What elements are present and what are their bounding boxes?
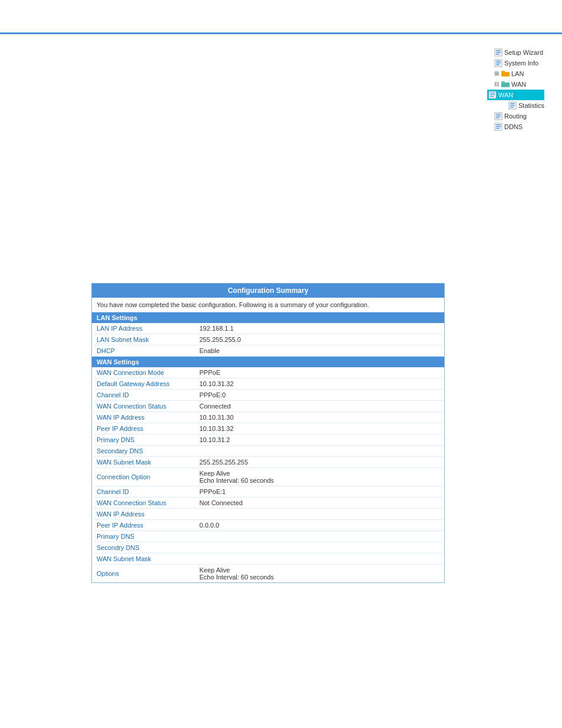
table-row: WAN IP Address xyxy=(92,509,445,520)
wan-subnet-label-0: WAN Subnet Mask xyxy=(92,457,195,468)
secondry-dns-value-1 xyxy=(195,542,445,554)
primary-dns-value-0: 10.10.31.2 xyxy=(195,434,445,446)
svg-rect-3 xyxy=(496,54,500,55)
table-row: Channel ID PPPoE:0 xyxy=(92,390,445,401)
nav-label-wan-parent: WAN xyxy=(511,79,526,90)
wan-subnet-label-1: WAN Subnet Mask xyxy=(92,554,195,565)
svg-rect-22 xyxy=(496,126,501,127)
svg-rect-11 xyxy=(490,96,494,97)
svg-rect-10 xyxy=(490,94,495,95)
table-row: Secondry DNS xyxy=(92,542,445,554)
channel-id-value-1: PPPoE:1 xyxy=(195,486,445,498)
channel-id-label-1: Channel ID xyxy=(92,486,195,498)
wan-ip-value-1 xyxy=(195,509,445,520)
svg-rect-6 xyxy=(496,62,501,64)
lan-expand-icon: ⊞ xyxy=(494,68,499,79)
options-value-1: Keep AliveEcho Interval: 60 seconds xyxy=(195,565,445,583)
table-row: Secondary DNS xyxy=(92,446,445,457)
svg-rect-23 xyxy=(496,128,500,129)
ddns-icon xyxy=(494,123,503,131)
nav-label-wan-active: WAN xyxy=(498,90,513,100)
peer-ip-label-1: Peer IP Address xyxy=(92,520,195,531)
nav-item-ddns[interactable]: DDNS xyxy=(487,121,544,132)
svg-rect-5 xyxy=(496,61,501,62)
primary-dns-label-1: Primary DNS xyxy=(92,531,195,542)
wan-mode-value: PPPoE xyxy=(195,367,445,378)
config-intro-row: You have now completed the basic configu… xyxy=(92,298,445,312)
nav-item-routing[interactable]: Routing xyxy=(487,111,544,121)
nav-label-setup-wizard: Setup Wizard xyxy=(504,47,543,58)
table-row: WAN Connection Mode PPPoE xyxy=(92,367,445,378)
table-row: Connection Option Keep AliveEcho Interva… xyxy=(92,468,445,486)
lan-subnet-label: LAN Subnet Mask xyxy=(92,334,195,345)
table-row: WAN Subnet Mask xyxy=(92,554,445,565)
config-summary-container: Configuration Summary You have now compl… xyxy=(91,165,445,583)
nav-item-setup-wizard[interactable]: Setup Wizard xyxy=(487,47,544,58)
statistics-icon xyxy=(508,101,517,110)
dhcp-value: Enable xyxy=(195,345,445,357)
primary-dns-value-1 xyxy=(195,531,445,542)
wan-section-header: WAN Settings xyxy=(92,357,445,368)
options-label-1: Options xyxy=(92,565,195,583)
nav-item-wan-active[interactable]: WAN xyxy=(487,90,544,100)
wan-page-icon xyxy=(488,91,497,99)
svg-rect-2 xyxy=(496,52,501,53)
wan-status-value-0: Connected xyxy=(195,401,445,412)
secondry-dns-label-1: Secondry DNS xyxy=(92,542,195,554)
nav-label-lan: LAN xyxy=(511,68,524,79)
wan-status-label-0: WAN Connection Status xyxy=(92,401,195,412)
nav-item-statistics[interactable]: Statistics xyxy=(487,100,544,111)
system-info-icon xyxy=(494,59,503,67)
nav-item-system-info[interactable]: System Info xyxy=(487,58,544,68)
wan-subnet-value-1 xyxy=(195,554,445,565)
lan-subnet-value: 255.255.255.0 xyxy=(195,334,445,345)
table-row: WAN Connection Status Not Connected xyxy=(92,498,445,509)
nav-item-lan[interactable]: ⊞ LAN xyxy=(487,68,544,79)
nav-item-wan-parent[interactable]: ⊟ WAN xyxy=(487,79,544,90)
wan-ip-value-0: 10.10.31.30 xyxy=(195,412,445,423)
table-row: WAN Subnet Mask 255.255.255.255 xyxy=(92,457,445,468)
dhcp-label: DHCP xyxy=(92,345,195,357)
svg-rect-17 xyxy=(496,114,501,115)
svg-rect-9 xyxy=(490,93,495,94)
peer-ip-label-0: Peer IP Address xyxy=(92,423,195,434)
top-border xyxy=(0,32,562,34)
wan-status-value-1: Not Connected xyxy=(195,498,445,509)
config-intro-text: You have now completed the basic configu… xyxy=(92,298,445,312)
table-row: Primary DNS 10.10.31.2 xyxy=(92,434,445,446)
lan-section-row: LAN Settings xyxy=(92,312,445,324)
table-row: WAN IP Address 10.10.31.30 xyxy=(92,412,445,423)
wan-expand-icon: ⊟ xyxy=(494,79,499,90)
table-row: Options Keep AliveEcho Interval: 60 seco… xyxy=(92,565,445,583)
channel-id-value-0: PPPoE:0 xyxy=(195,390,445,401)
wan-status-label-1: WAN Connection Status xyxy=(92,498,195,509)
conn-option-label-0: Connection Option xyxy=(92,468,195,486)
conn-option-value-0: Keep AliveEcho Interval: 60 seconds xyxy=(195,468,445,486)
secondary-dns-label-0: Secondary DNS xyxy=(92,446,195,457)
svg-rect-19 xyxy=(496,117,500,118)
nav-label-system-info: System Info xyxy=(504,58,538,68)
setup-wizard-icon xyxy=(494,48,503,57)
table-row: WAN Connection Status Connected xyxy=(92,401,445,412)
default-gw-value: 10.10.31.32 xyxy=(195,378,445,390)
wan-folder-icon xyxy=(501,80,510,88)
nav-label-ddns: DDNS xyxy=(504,121,523,132)
svg-rect-21 xyxy=(496,124,501,126)
table-row: DHCP Enable xyxy=(92,345,445,357)
nav-tree: Setup Wizard System Info ⊞ LAN ⊟ xyxy=(487,47,544,132)
lan-section-header: LAN Settings xyxy=(92,312,445,324)
svg-rect-15 xyxy=(510,107,514,108)
wan-section-row: WAN Settings xyxy=(92,357,445,368)
wan-ip-label-1: WAN IP Address xyxy=(92,509,195,520)
channel-id-label-0: Channel ID xyxy=(92,390,195,401)
wan-mode-label: WAN Connection Mode xyxy=(92,367,195,378)
lan-ip-label: LAN IP Address xyxy=(92,323,195,334)
lan-folder-icon xyxy=(501,70,510,78)
peer-ip-value-1: 0.0.0.0 xyxy=(195,520,445,531)
primary-dns-label-0: Primary DNS xyxy=(92,434,195,446)
config-title-row: Configuration Summary xyxy=(92,284,445,298)
table-row: Primary DNS xyxy=(92,531,445,542)
svg-rect-18 xyxy=(496,116,501,117)
svg-rect-13 xyxy=(510,103,515,104)
wan-subnet-value-0: 255.255.255.255 xyxy=(195,457,445,468)
